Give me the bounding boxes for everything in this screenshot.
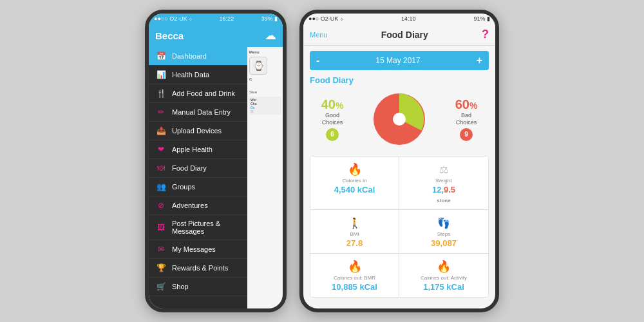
calories-activity-value: 1,175 kCal — [406, 282, 482, 292]
menu-item-shop[interactable]: 🛒 Shop — [149, 278, 247, 296]
stats-grid: Calories In 4,540 kCal Weight 12,9.5 sto… — [310, 156, 489, 298]
bmi-value: 27.8 — [317, 238, 392, 248]
bg-weight-sub: Si — [251, 109, 280, 113]
calories-in-label: Calories In — [317, 178, 392, 184]
steps-value: 39,087 — [406, 238, 482, 248]
svg-point-1 — [393, 113, 406, 126]
good-choices-stat: 40% GoodChoices 6 — [310, 97, 355, 141]
manual-entry-icon: ✏ — [155, 108, 167, 117]
menu-item-manual-entry[interactable]: ✏ Manual Data Entry — [149, 103, 247, 122]
username: Becca — [155, 30, 184, 41]
rewards-label: Rewards & Points — [172, 264, 228, 272]
upload-devices-label: Upload Devices — [172, 127, 222, 135]
my-messages-icon: ✉ — [155, 245, 167, 254]
phone-right: ●●○ O2-UK ⬦ 14:10 91% ▮ Menu Food Diary … — [299, 10, 499, 312]
prev-date-button[interactable]: - — [316, 55, 319, 66]
apple-health-label: Apple Health — [172, 146, 213, 153]
post-pictures-icon: 🖼 — [155, 223, 167, 232]
bg-menu-label: Menu — [249, 50, 281, 54]
battery-left: 39% ▮ — [261, 15, 278, 22]
bad-pct-value: 60 — [455, 97, 469, 111]
stat-calories-activity: Calories out: Activity 1,175 kCal — [399, 254, 488, 297]
menu-item-my-messages[interactable]: ✉ My Messages — [149, 240, 247, 259]
weight-label: Weight — [406, 178, 482, 184]
back-button[interactable]: Menu — [310, 31, 328, 39]
nav-header-left: Becca ☁ — [149, 24, 283, 47]
status-bar-right: ●●○ O2-UK ⬦ 14:10 91% ▮ — [303, 14, 495, 24]
stat-calories-bmr: Calories out: BMR 10,885 kCal — [310, 254, 399, 297]
upload-devices-icon: 📤 — [155, 126, 167, 135]
menu-item-post-pictures[interactable]: 🖼 Post Pictures & Messages — [149, 215, 247, 240]
health-data-label: Health Data — [172, 71, 209, 79]
carrier-left: ●●○○ O2-UK ⬦ — [154, 15, 192, 22]
weight-icon — [406, 162, 482, 176]
menu-item-adventures[interactable]: ⊘ Adventures — [149, 196, 247, 215]
calories-activity-label: Calories out: Activity — [406, 275, 482, 281]
menu-list: 📅 Dashboard 📊 Health Data 🍴 Add Food and… — [149, 47, 247, 296]
add-food-icon: 🍴 — [155, 89, 167, 98]
menu-item-food-diary[interactable]: 🍽 Food Diary — [149, 159, 247, 178]
adventures-label: Adventures — [172, 202, 208, 209]
steps-icon — [406, 215, 482, 230]
pie-chart — [370, 90, 428, 148]
dashboard-icon: 📅 — [155, 52, 167, 61]
bg-device-c: C — [249, 77, 281, 81]
stat-bmi: BMI 27.8 — [310, 210, 399, 254]
good-choices-count: 6 — [326, 128, 339, 141]
carrier-right: ●●○ O2-UK ⬦ — [308, 15, 343, 22]
shop-icon: 🛒 — [155, 282, 167, 291]
calories-activity-icon — [406, 259, 482, 274]
calories-in-value: 4,540 kCal — [317, 185, 392, 194]
current-date: 15 May 2017 — [375, 56, 420, 65]
calories-bmr-label: Calories out: BMR — [317, 275, 392, 281]
calories-bmr-icon — [317, 259, 392, 274]
menu-item-dashboard[interactable]: 📅 Dashboard — [149, 47, 247, 66]
bmi-icon — [317, 215, 392, 230]
nav-header-right: Menu Food Diary ? — [303, 24, 495, 46]
menu-item-groups[interactable]: 👥 Groups — [149, 178, 247, 196]
groups-label: Groups — [172, 183, 195, 191]
food-diary-icon: 🍽 — [155, 164, 167, 173]
health-data-icon: 📊 — [155, 70, 167, 79]
my-messages-label: My Messages — [172, 245, 216, 253]
good-choices-label: GoodChoices — [310, 112, 355, 126]
battery-right: 91% ▮ — [473, 15, 490, 22]
next-date-button[interactable]: + — [477, 55, 482, 66]
phone-left: ●●○○ O2-UK ⬦ 16:22 39% ▮ Becca ☁ Menu ⌚ … — [145, 10, 287, 312]
menu-item-add-food[interactable]: 🍴 Add Food and Drink — [149, 84, 247, 103]
pie-chart-section: 40% GoodChoices 6 — [310, 90, 489, 148]
rewards-icon: 🏆 — [155, 263, 167, 272]
bg-sleep-label: Slee — [249, 90, 281, 94]
calories-bmr-value: 10,885 kCal — [317, 282, 392, 292]
menu-content: Menu ⌚ C Slee Wei Cha 0s Si 📅 Dashboard … — [149, 47, 283, 308]
shop-label: Shop — [172, 283, 189, 290]
adventures-icon: ⊘ — [155, 201, 167, 210]
food-diary-section-title: Food Diary — [310, 75, 489, 85]
status-bar-left: ●●○○ O2-UK ⬦ 16:22 39% ▮ — [149, 14, 283, 24]
time-right: 14:10 — [401, 15, 416, 22]
bad-pct-display: 60% — [444, 97, 489, 112]
page-title: Food Diary — [381, 30, 428, 40]
cloud-icon[interactable]: ☁ — [265, 28, 276, 43]
good-pct-symbol: % — [336, 100, 343, 111]
weight-value: 12,9.5 stone — [406, 185, 482, 204]
menu-item-upload-devices[interactable]: 📤 Upload Devices — [149, 122, 247, 140]
food-diary-content: Food Diary 40% GoodChoices 6 — [303, 75, 495, 308]
good-pct-display: 40% — [310, 97, 355, 112]
stat-steps: Steps 39,087 — [399, 210, 488, 254]
steps-label: Steps — [406, 231, 482, 237]
help-button[interactable]: ? — [482, 28, 489, 41]
menu-item-health-data[interactable]: 📊 Health Data — [149, 66, 247, 84]
apple-health-icon: ❤ — [155, 145, 167, 154]
menu-item-apple-health[interactable]: ❤ Apple Health — [149, 140, 247, 159]
calories-in-icon — [317, 162, 392, 176]
add-food-label: Add Food and Drink — [172, 90, 235, 97]
menu-item-rewards[interactable]: 🏆 Rewards & Points — [149, 259, 247, 278]
bad-pct-symbol: % — [469, 100, 477, 111]
bad-choices-stat: 60% BadChoices 9 — [444, 97, 489, 141]
food-diary-label: Food Diary — [172, 164, 207, 172]
post-pictures-label: Post Pictures & Messages — [172, 220, 241, 235]
bmi-label: BMI — [317, 231, 392, 237]
bg-device-icon: ⌚ — [249, 57, 267, 75]
manual-entry-label: Manual Data Entry — [172, 108, 231, 116]
